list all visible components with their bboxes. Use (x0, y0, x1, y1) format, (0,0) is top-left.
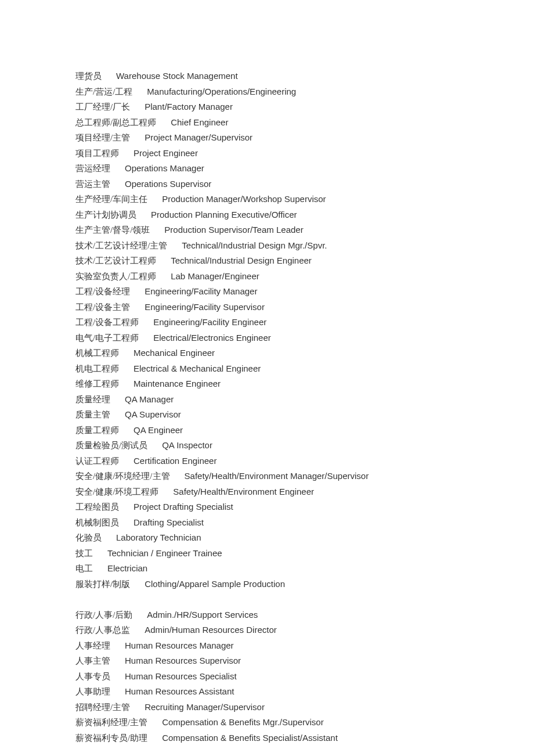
gap (156, 255, 171, 265)
job-title-cn: 生产经理/车间主任 (75, 195, 147, 204)
job-title-cn: 质量工程师 (75, 426, 119, 435)
job-title-line: 项目工程师 Project Engineer (75, 146, 459, 161)
job-title-cn: 人事经理 (75, 641, 110, 650)
job-title-cn: 实验室负责人/工程师 (75, 272, 156, 281)
job-title-en: Production Planning Executive/Officer (151, 210, 297, 219)
job-title-en: QA Supervisor (125, 409, 181, 419)
job-title-line: 薪资福利专员/助理 Compensation & Benefits Specia… (75, 730, 459, 746)
job-title-line: 生产主管/督导/领班 Production Supervisor/Team Le… (75, 222, 459, 238)
job-title-cn: 安全/健康/环境工程师 (75, 487, 158, 496)
job-title-cn: 人事助理 (75, 687, 110, 696)
job-title-line: 工厂经理/厂长 Plant/Factory Manager (75, 99, 459, 115)
job-title-cn: 工程绘图员 (75, 502, 119, 512)
job-title-cn: 项目经理/主管 (75, 133, 130, 142)
job-title-cn: 质量检验员/测试员 (75, 441, 147, 450)
gap (132, 610, 147, 620)
job-title-en: Laboratory Technician (116, 532, 201, 542)
job-title-cn: 维修工程师 (75, 379, 119, 388)
document-page: 理货员 Warehouse Stock Management生产/营运/工程 M… (0, 0, 534, 756)
job-title-cn: 总工程师/副总工程师 (75, 118, 156, 127)
gap (110, 640, 125, 650)
job-title-en: Project Manager/Supervisor (145, 132, 252, 142)
job-title-line: 技术/工艺设计经理/主管 Technical/Industrial Design… (75, 238, 459, 254)
job-title-en: Technical/Industrial Design Mgr./Spvr. (182, 240, 327, 250)
job-title-line: 工程/设备主管 Engineering/Facility Supervisor (75, 300, 459, 315)
gap (119, 502, 134, 512)
job-title-cn: 技术/工艺设计工程师 (75, 256, 156, 265)
job-title-en: QA Engineer (134, 425, 183, 435)
job-title-line: 营运经理 Operations Manager (75, 161, 459, 177)
job-title-cn: 行政/人事/后勤 (75, 610, 132, 620)
gap (119, 456, 134, 466)
job-title-cn: 质量主管 (75, 410, 110, 419)
job-title-en: Safety/Health/Environment Manager/Superv… (185, 471, 369, 481)
job-title-line: 营运主管 Operations Supervisor (75, 177, 459, 192)
job-title-en: Chief Engineer (171, 117, 228, 127)
job-title-en: Plant/Factory Manager (145, 102, 233, 111)
job-title-cn: 招聘经理/主管 (75, 703, 130, 712)
job-title-cn: 认证工程师 (75, 456, 119, 466)
job-title-line: 机械工程师 Mechanical Engineer (75, 345, 459, 361)
gap (110, 686, 125, 696)
gap (110, 394, 125, 404)
job-title-cn: 生产计划协调员 (75, 210, 136, 219)
gap (130, 102, 145, 111)
gap (110, 163, 125, 173)
job-title-line: 行政/人事总监 Admin/Human Resources Director (75, 622, 459, 638)
job-title-line: 服装打样/制版 Clothing/Apparel Sample Producti… (75, 577, 459, 592)
gap (102, 532, 116, 542)
job-title-line: 生产/营运/工程 Manufacturing/Operations/Engine… (75, 84, 459, 100)
job-title-cn: 薪资福利经理/主管 (75, 718, 147, 727)
job-title-cn: 服装打样/制版 (75, 579, 130, 589)
job-title-cn: 技工 (75, 549, 93, 558)
gap (110, 656, 125, 665)
gap (119, 148, 134, 158)
job-title-en: Electrical & Mechanical Engineer (134, 363, 261, 373)
job-title-en: Human Resources Assistant (125, 686, 234, 696)
gap (119, 517, 134, 527)
job-title-line: 人事助理 Human Resources Assistant (75, 684, 459, 700)
job-title-cn: 人事专员 (75, 672, 110, 681)
job-title-cn: 理货员 (75, 71, 102, 81)
job-title-en: Operations Manager (125, 163, 204, 173)
job-title-cn: 电气/电子工程师 (75, 333, 139, 343)
job-title-line: 实验室负责人/工程师 Lab Manager/Engineer (75, 269, 459, 285)
job-title-en: Lab Manager/Engineer (171, 271, 259, 281)
gap (130, 132, 145, 142)
job-title-line: 安全/健康/环境工程师 Safety/Health/Environment En… (75, 484, 459, 500)
job-title-line: 生产经理/车间主任 Production Manager/Workshop Su… (75, 192, 459, 207)
job-title-cn: 工程/设备主管 (75, 303, 130, 312)
job-title-en: Project Drafting Specialist (134, 502, 233, 512)
job-title-cn: 电工 (75, 564, 93, 573)
gap (93, 563, 107, 573)
job-title-line: 质量经理 QA Manager (75, 392, 459, 408)
gap (167, 240, 182, 250)
gap (132, 87, 147, 96)
job-title-cn: 技术/工艺设计经理/主管 (75, 241, 167, 250)
job-title-en: Human Resources Specialist (125, 671, 237, 681)
job-title-en: QA Inspector (162, 440, 212, 450)
job-title-en: Technical/Industrial Design Engineer (171, 255, 312, 265)
job-title-en: Technician / Engineer Trainee (107, 548, 222, 558)
job-title-line: 质量工程师 QA Engineer (75, 423, 459, 438)
job-title-line: 理货员 Warehouse Stock Management (75, 69, 459, 84)
gap (110, 409, 125, 419)
job-title-line: 薪资福利经理/主管 Compensation & Benefits Mgr./S… (75, 715, 459, 730)
job-title-line: 人事专员 Human Resources Specialist (75, 669, 459, 685)
job-title-line: 技工 Technician / Engineer Trainee (75, 546, 459, 561)
job-title-en: Human Resources Supervisor (125, 656, 241, 665)
job-title-line: 工程/设备经理 Engineering/Facility Manager (75, 284, 459, 300)
job-title-line: 行政/人事/后勤 Admin./HR/Support Services (75, 607, 459, 623)
job-title-cn: 生产/营运/工程 (75, 87, 132, 96)
job-title-cn: 机械制图员 (75, 518, 119, 527)
gap (158, 487, 173, 496)
job-title-line: 人事主管 Human Resources Supervisor (75, 653, 459, 669)
job-title-en: Certification Engineer (134, 456, 217, 466)
gap (147, 733, 162, 743)
job-title-en: Warehouse Stock Management (116, 71, 238, 81)
job-title-en: Engineering/Facility Manager (145, 286, 257, 296)
job-title-line: 生产计划协调员 Production Planning Executive/Of… (75, 207, 459, 223)
job-title-en: Maintenance Engineer (134, 379, 221, 388)
gap (130, 702, 145, 712)
job-title-cn: 工程/设备经理 (75, 287, 130, 296)
